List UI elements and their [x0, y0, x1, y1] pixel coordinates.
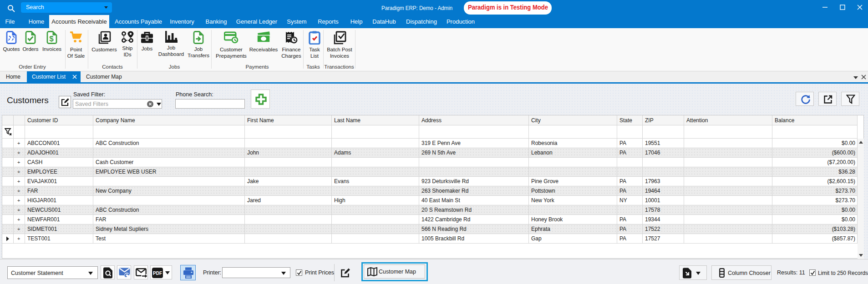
- svg-text:$: $: [49, 35, 54, 43]
